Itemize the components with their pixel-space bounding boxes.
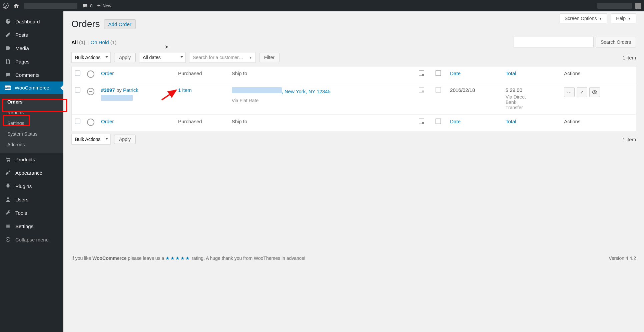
status-filter-links: All (1) | On Hold (1) <box>71 39 116 45</box>
collapse-label: Collapse menu <box>15 237 49 242</box>
item-count-top: 1 item <box>622 55 636 60</box>
ship-method: Via Flat Rate <box>232 97 410 104</box>
sidebar-item-label: Posts <box>15 32 28 38</box>
select-all-checkbox-bottom[interactable] <box>75 119 80 124</box>
comments-icon <box>5 71 11 78</box>
item-count-bottom: 1 item <box>622 137 636 142</box>
tf-date[interactable]: Date <box>447 115 502 131</box>
ship-address-link[interactable]: , New York, NY 12345 <box>282 89 331 94</box>
tf-total[interactable]: Total <box>502 115 561 131</box>
svg-rect-6 <box>6 226 8 227</box>
sidebar-item-settings[interactable]: Settings <box>0 219 63 233</box>
posts-icon <box>5 31 11 38</box>
ship-name-redacted <box>232 87 282 93</box>
th-shipto: Ship to <box>228 66 414 83</box>
order-number-link[interactable]: #3097 <box>101 87 115 93</box>
admin-sidebar: Dashboard Posts Media Pages Comments woo… <box>0 11 63 332</box>
search-orders-button[interactable]: Search Orders <box>596 37 636 47</box>
svg-point-1 <box>7 161 8 162</box>
order-total: $ 29.00 <box>506 87 557 93</box>
submenu-system-status[interactable]: System Status <box>0 129 63 139</box>
sidebar-item-dashboard[interactable]: Dashboard <box>0 15 63 28</box>
status-footer-icon <box>87 119 94 126</box>
filter-all[interactable]: All (1) <box>71 39 85 45</box>
plugins-icon <box>5 183 11 189</box>
customer-search-select[interactable]: Search for a customer… <box>189 52 256 63</box>
purchased-link[interactable]: 1 item <box>178 87 192 93</box>
sidebar-item-label: Comments <box>15 72 40 78</box>
sidebar-item-posts[interactable]: Posts <box>0 28 63 41</box>
bulk-actions-select[interactable]: Bulk Actions <box>71 52 111 63</box>
th-purchased: Purchased <box>175 66 228 83</box>
apply-bulk-button[interactable]: Apply <box>114 53 136 62</box>
filter-button[interactable]: Filter <box>259 53 279 62</box>
site-name-redacted[interactable] <box>24 3 77 9</box>
order-notes-icon <box>436 70 441 76</box>
home-icon[interactable] <box>13 3 19 9</box>
sidebar-item-appearance[interactable]: Appearance <box>0 166 63 179</box>
row-customer-note-icon[interactable] <box>419 87 424 93</box>
rating-stars-link[interactable]: ★★★★★ <box>165 256 190 261</box>
sidebar-item-plugins[interactable]: Plugins <box>0 179 63 193</box>
submenu-reports[interactable]: Reports <box>0 107 63 118</box>
woocommerce-icon: woo <box>5 86 11 90</box>
sidebar-item-label: Tools <box>15 210 27 216</box>
row-checkbox[interactable] <box>75 87 80 93</box>
tf-purchased: Purchased <box>175 115 228 131</box>
row-order-note-icon[interactable] <box>436 87 441 93</box>
bulk-actions-select-bottom[interactable]: Bulk Actions <box>71 134 111 145</box>
status-header-icon <box>87 70 94 78</box>
help-tab[interactable]: Help▼ <box>611 13 636 23</box>
products-icon <box>5 156 11 163</box>
customer-link[interactable]: Patrick <box>123 87 138 93</box>
submenu-orders[interactable]: Orders <box>0 97 63 107</box>
status-on-hold-icon <box>87 88 94 95</box>
user-name-redacted[interactable] <box>597 3 632 9</box>
sidebar-item-users[interactable]: Users <box>0 193 63 206</box>
main-content: Screen Options▼ Help▼ Orders Add Order ➤… <box>63 11 644 332</box>
filter-on-hold[interactable]: On Hold (1) <box>91 39 117 45</box>
new-link[interactable]: + New <box>97 2 111 9</box>
avatar[interactable] <box>635 3 641 9</box>
select-all-checkbox[interactable] <box>75 70 80 76</box>
action-complete-button[interactable]: ✓ <box>577 87 587 97</box>
collapse-menu[interactable]: Collapse menu <box>0 233 63 246</box>
sidebar-item-label: WooCommerce <box>15 85 49 91</box>
sidebar-item-label: Dashboard <box>15 19 40 24</box>
sidebar-item-pages[interactable]: Pages <box>0 55 63 68</box>
sidebar-item-tools[interactable]: Tools <box>0 206 63 219</box>
wp-logo[interactable] <box>3 3 9 9</box>
submenu-addons[interactable]: Add-ons <box>0 139 63 150</box>
screen-options-tab[interactable]: Screen Options▼ <box>560 13 607 23</box>
sidebar-item-label: Appearance <box>15 170 42 176</box>
admin-bar: 0 + New <box>0 0 644 11</box>
sidebar-item-comments[interactable]: Comments <box>0 68 63 81</box>
sidebar-item-woocommerce[interactable]: woo WooCommerce <box>0 81 63 94</box>
collapse-icon <box>5 236 11 243</box>
comments-link[interactable]: 0 <box>82 3 92 9</box>
dates-filter-select[interactable]: All dates <box>139 52 186 63</box>
add-order-button[interactable]: Add Order <box>104 19 136 29</box>
th-date[interactable]: Date <box>447 66 502 83</box>
users-icon <box>5 196 11 203</box>
sidebar-item-label: Media <box>15 45 29 51</box>
submenu-settings[interactable]: Settings <box>0 118 63 129</box>
action-view-button[interactable] <box>589 87 600 97</box>
th-total[interactable]: Total <box>502 66 561 83</box>
sidebar-item-label: Settings <box>15 223 33 229</box>
sidebar-item-products[interactable]: Products <box>0 153 63 166</box>
svg-rect-5 <box>8 225 10 226</box>
orders-table: Order Purchased Ship to Date Total Actio… <box>71 66 636 131</box>
th-order[interactable]: Order <box>98 66 175 83</box>
customer-email-redacted[interactable] <box>101 95 133 101</box>
search-orders-input[interactable] <box>514 37 594 47</box>
svg-point-2 <box>9 161 10 162</box>
apply-bulk-button-bottom[interactable]: Apply <box>114 135 136 144</box>
action-more-button[interactable]: ⋯ <box>564 87 575 97</box>
woocommerce-submenu: Orders Reports Settings System Status Ad… <box>0 94 63 153</box>
tf-order[interactable]: Order <box>98 115 175 131</box>
svg-point-3 <box>7 197 9 199</box>
pages-icon <box>5 58 11 65</box>
wp-version: Version 4.4.2 <box>609 256 636 261</box>
sidebar-item-media[interactable]: Media <box>0 41 63 55</box>
